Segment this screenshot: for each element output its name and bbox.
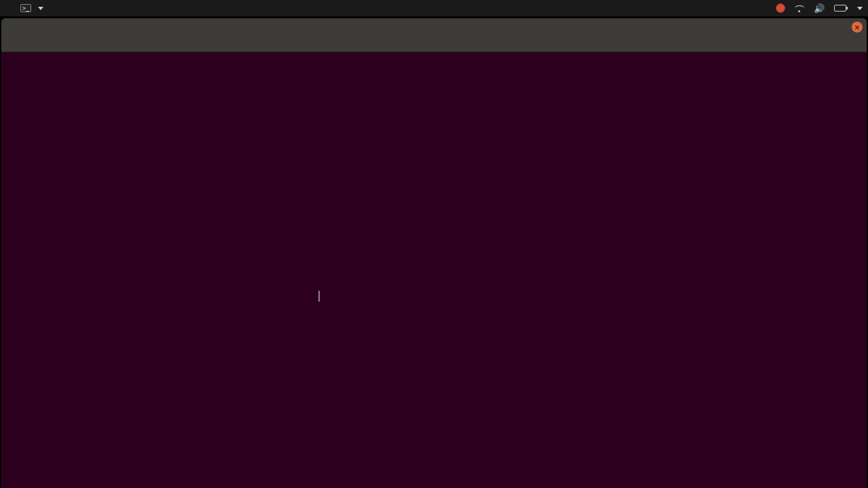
menu-edit[interactable] [14, 42, 22, 46]
topbar-app-button[interactable]: >_ [16, 4, 50, 12]
menu-view[interactable] [23, 42, 31, 46]
close-button[interactable]: × [852, 22, 863, 33]
system-menu-chevron-icon[interactable] [857, 7, 863, 10]
menu-file[interactable] [4, 42, 12, 46]
text-cursor [319, 291, 319, 302]
menu-terminal[interactable] [42, 42, 50, 46]
menubar [1, 36, 867, 52]
chevron-down-icon [38, 7, 43, 10]
volume-icon[interactable]: 🔊 [814, 3, 825, 14]
gnome-topbar: >_ 🔊 [0, 0, 868, 17]
wifi-icon[interactable] [795, 3, 804, 13]
terminal-body[interactable] [1, 52, 867, 488]
menu-help[interactable] [52, 42, 60, 46]
battery-icon[interactable] [834, 5, 846, 12]
menu-search[interactable] [33, 42, 41, 46]
terminal-icon: >_ [20, 4, 31, 12]
record-indicator-icon[interactable] [776, 3, 785, 13]
window-titlebar[interactable]: × [1, 18, 867, 36]
scrollbar[interactable] [857, 52, 867, 488]
terminal-window: × [1, 18, 867, 488]
